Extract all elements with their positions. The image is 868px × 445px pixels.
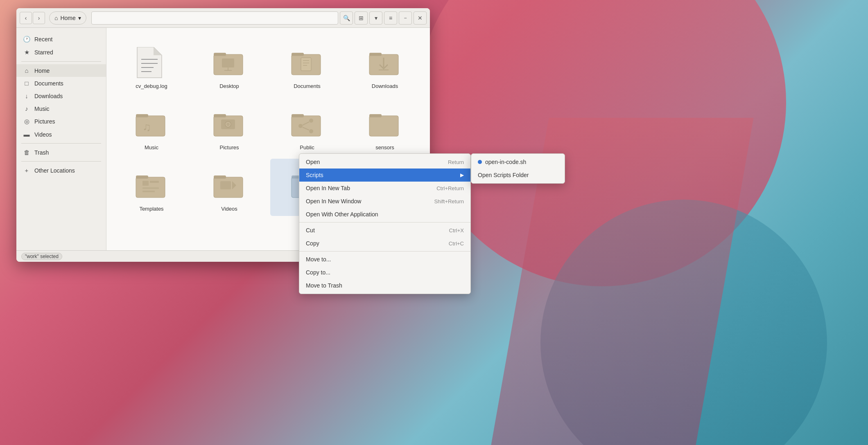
titlebar: ‹ › ⌂ Home ▾ 🔍 ⊞ ▾ ≡ − ✕	[16, 8, 430, 28]
videos-icon: ▬	[23, 131, 30, 138]
sidebar-item-documents[interactable]: □ Documents	[16, 77, 106, 90]
public-folder-icon	[291, 108, 323, 141]
file-item-music[interactable]: ♫ Music	[115, 97, 188, 155]
search-button[interactable]: 🔍	[340, 11, 353, 25]
sidebar-item-other-locations[interactable]: + Other Locations	[16, 164, 106, 177]
file-name-downloads: Downloads	[372, 83, 398, 89]
back-button[interactable]: ‹	[20, 12, 32, 24]
menu-open-tab-shortcut: Ctrl+Return	[436, 185, 464, 191]
svg-rect-9	[222, 58, 234, 67]
menu-open-window-label: Open In New Window	[306, 198, 361, 205]
downloads-icon: ↓	[23, 92, 30, 99]
view-options-button[interactable]: ▾	[369, 11, 382, 25]
sidebar-label-starred: Starred	[34, 49, 53, 56]
menu-item-move-to[interactable]: Move to...	[299, 253, 470, 266]
menu-item-copy-to[interactable]: Copy to...	[299, 266, 470, 279]
menu-item-copy[interactable]: Copy Ctrl+C	[299, 237, 470, 250]
file-item-videos[interactable]: Videos	[192, 159, 266, 216]
file-name-templates: Templates	[139, 206, 163, 212]
sidebar-item-pictures[interactable]: ◎ Pictures	[16, 115, 106, 128]
file-item-cv-debug-log[interactable]: cv_debug.log	[115, 36, 188, 93]
sidebar-label-downloads: Downloads	[34, 93, 63, 99]
svg-rect-55	[220, 181, 231, 189]
file-name-public: Public	[300, 144, 314, 151]
log-file-icon	[135, 47, 168, 80]
sidebar-item-trash[interactable]: 🗑 Trash	[16, 146, 106, 159]
status-chip: "work" selected	[21, 253, 62, 260]
sidebar-label-other-locations: Other Locations	[34, 167, 75, 174]
desktop-folder-icon	[213, 47, 246, 80]
list-view-button[interactable]: ≡	[384, 11, 397, 25]
sidebar-item-videos[interactable]: ▬ Videos	[16, 128, 106, 141]
menu-move-trash-label: Move to Trash	[306, 282, 342, 289]
path-input[interactable]	[91, 11, 338, 25]
other-locations-icon: +	[23, 167, 30, 174]
menu-item-open-new-window[interactable]: Open In New Window Shift+Return	[299, 195, 470, 208]
sidebar-item-starred[interactable]: ★ Starred	[16, 46, 106, 59]
sidebar-item-music[interactable]: ♪ Music	[16, 102, 106, 115]
file-item-downloads[interactable]: Downloads	[348, 36, 422, 93]
sidebar-label-home: Home	[34, 67, 50, 74]
sidebar: 🕐 Recent ★ Starred ⌂ Home □ Documents ↓ …	[16, 28, 106, 250]
file-item-templates[interactable]: Templates	[115, 159, 188, 216]
file-item-documents[interactable]: Documents	[270, 36, 344, 93]
menu-cut-label: Cut	[306, 227, 315, 234]
menu-copy-shortcut: Ctrl+C	[449, 240, 464, 247]
submenu-item-open-scripts-folder[interactable]: Open Scripts Folder	[471, 169, 565, 182]
sidebar-separator-2	[21, 143, 101, 144]
scripts-arrow-icon: ▶	[460, 172, 464, 178]
music-folder-icon: ♫	[135, 108, 168, 141]
sidebar-label-recent: Recent	[34, 36, 52, 43]
svg-rect-34	[292, 116, 321, 136]
menu-item-move-to-trash[interactable]: Move to Trash	[299, 279, 470, 292]
menu-cut-shortcut: Ctrl+X	[449, 227, 464, 234]
submenu-item-open-in-code[interactable]: open-in-code.sh	[471, 155, 565, 169]
svg-point-37	[298, 124, 303, 128]
submenu-open-in-code-label: open-in-code.sh	[485, 159, 526, 165]
submenu: open-in-code.sh Open Scripts Folder	[471, 153, 565, 184]
menu-copy-label: Copy	[306, 240, 319, 247]
sidebar-label-pictures: Pictures	[34, 118, 55, 125]
sidebar-separator-3	[21, 161, 101, 162]
file-item-pictures[interactable]: Pictures	[192, 97, 266, 155]
templates-folder-icon	[135, 170, 168, 202]
sensors-folder-icon	[368, 108, 401, 141]
sidebar-label-videos: Videos	[34, 131, 52, 138]
pictures-folder-icon	[213, 108, 246, 141]
downloads-folder-icon	[368, 47, 401, 80]
svg-rect-49	[150, 181, 159, 183]
documents-folder-icon	[291, 47, 323, 80]
svg-rect-42	[369, 116, 398, 136]
submenu-open-scripts-label: Open Scripts Folder	[478, 172, 529, 178]
file-item-desktop[interactable]: Desktop	[192, 36, 266, 93]
dropdown-arrow[interactable]: ▾	[78, 15, 81, 21]
sidebar-item-downloads[interactable]: ↓ Downloads	[16, 90, 106, 102]
svg-point-38	[309, 119, 313, 123]
menu-item-scripts[interactable]: Scripts ▶	[299, 169, 470, 182]
music-icon: ♪	[23, 105, 30, 112]
forward-button[interactable]: ›	[33, 12, 45, 24]
menu-open-label: Open	[306, 159, 320, 165]
svg-rect-50	[142, 187, 159, 189]
file-name-documents: Documents	[294, 83, 321, 89]
menu-item-open-with[interactable]: Open With Other Application	[299, 208, 470, 221]
minimize-button[interactable]: −	[399, 11, 412, 25]
svg-text:♫: ♫	[142, 121, 151, 133]
file-item-sensors[interactable]: sensors	[348, 97, 422, 155]
svg-point-39	[309, 129, 313, 133]
menu-open-shortcut: Return	[448, 159, 464, 165]
close-button[interactable]: ✕	[414, 11, 427, 25]
home-icon: ⌂	[54, 15, 58, 21]
sidebar-item-recent[interactable]: 🕐 Recent	[16, 33, 106, 46]
documents-icon: □	[23, 80, 30, 87]
menu-open-with-label: Open With Other Application	[306, 211, 378, 218]
menu-item-open[interactable]: Open Return	[299, 155, 470, 169]
svg-rect-48	[142, 181, 149, 186]
menu-item-open-new-tab[interactable]: Open In New Tab Ctrl+Return	[299, 182, 470, 195]
context-menu-separator-1	[299, 222, 470, 222]
home-sidebar-icon: ⌂	[23, 67, 30, 74]
sidebar-item-home[interactable]: ⌂ Home	[16, 64, 106, 77]
menu-item-cut[interactable]: Cut Ctrl+X	[299, 224, 470, 237]
grid-view-button[interactable]: ⊞	[355, 11, 368, 25]
file-item-public[interactable]: Public	[270, 97, 344, 155]
